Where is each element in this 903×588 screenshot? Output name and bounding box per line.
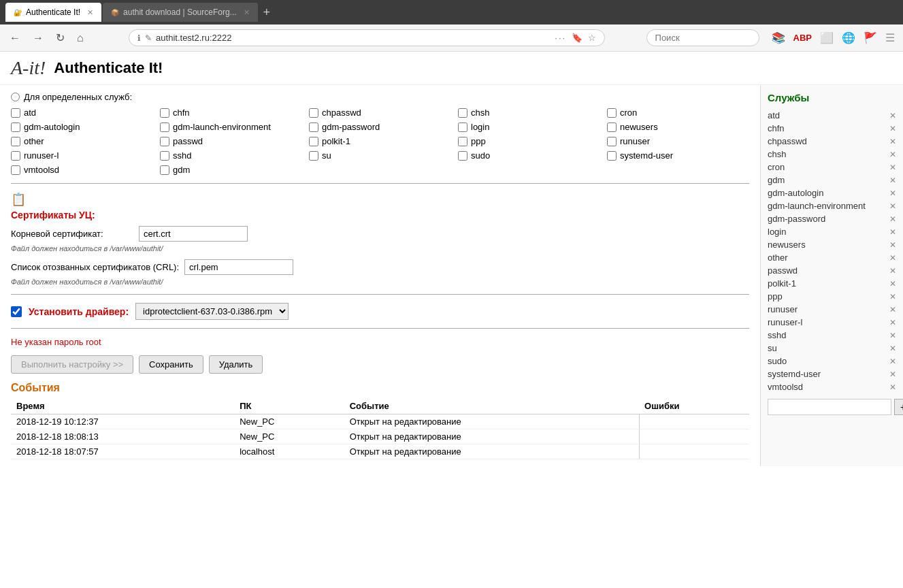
specific-services-radio[interactable] [11,93,20,101]
library-icon[interactable]: 📚 [769,29,788,47]
sidebar-remove-button[interactable]: ✕ [889,318,896,327]
sidebar-remove-button[interactable]: ✕ [889,214,896,224]
sidebar-add-input[interactable] [768,399,891,415]
menu-icon[interactable]: ☰ [883,29,898,47]
driver-select[interactable]: idprotectclient-637.03-0.i386.rpm [135,303,289,320]
checkbox-ppp[interactable] [458,137,467,146]
sidebar-remove-button[interactable]: ✕ [889,240,896,250]
back-button[interactable]: ← [5,29,24,47]
service-sshd: sshd [160,150,302,161]
sidebar-remove-button[interactable]: ✕ [889,279,896,289]
sidebar-remove-button[interactable]: ✕ [889,176,896,185]
service-ppp: ppp [458,136,600,146]
new-tab-button[interactable]: + [259,5,275,20]
crl-input[interactable] [184,259,293,275]
save-button[interactable]: Сохранить [139,355,203,374]
sidebar-remove-button[interactable]: ✕ [889,344,896,353]
checkbox-runuser-l[interactable] [11,151,20,161]
list-item: atd ✕ [768,109,896,122]
root-cert-input[interactable] [139,226,248,242]
checkbox-atd[interactable] [11,108,20,118]
table-row: 2018-12-19 10:12:37 New_PC Открыт на ред… [11,414,749,429]
sidebar-remove-button[interactable]: ✕ [889,292,896,301]
pocket-icon[interactable]: ⬜ [817,29,836,47]
cert-title: Сертификаты УЦ: [11,210,749,220]
services-grid: atd chfn chpasswd chsh cron [11,108,749,175]
sidebar-remove-button[interactable]: ✕ [889,227,896,237]
label-newusers: newusers [620,122,658,132]
sidebar-add-button[interactable]: + [894,399,903,415]
checkbox-su[interactable] [309,151,318,161]
sidebar-remove-button[interactable]: ✕ [889,111,896,120]
address-bar[interactable]: ℹ ✎ authit.test2.ru:2222 ··· 🔖 ☆ [129,29,605,46]
checkbox-passwd[interactable] [160,137,169,146]
sidebar-remove-button[interactable]: ✕ [889,163,896,172]
cell-time: 2018-12-18 18:07:57 [11,444,234,459]
checkbox-sudo[interactable] [458,151,467,161]
forward-button[interactable]: → [29,29,48,47]
sidebar-remove-button[interactable]: ✕ [889,357,896,366]
search-input[interactable] [655,33,751,43]
label-gdm-password: gdm-password [322,122,380,132]
checkbox-runuser[interactable] [607,137,617,146]
sidebar-item-label: gdm-password [768,214,825,224]
sidebar-remove-button[interactable]: ✕ [889,370,896,379]
tab-sourceforge[interactable]: 📦 authit download | SourceForg... ✕ [103,3,258,22]
label-gdm: gdm [173,165,190,175]
main-content: Для определенных служб: atd chfn chpassw… [0,85,760,466]
list-item: passwd ✕ [768,264,896,277]
sidebar-remove-button[interactable]: ✕ [889,150,896,159]
sidebar-remove-button[interactable]: ✕ [889,253,896,263]
sidebar-remove-button[interactable]: ✕ [889,189,896,198]
more-options-icon[interactable]: ··· [555,33,566,43]
checkbox-chfn[interactable] [160,108,169,118]
service-gdm: gdm [160,165,302,175]
list-item: login ✕ [768,225,896,238]
service-polkit-1: polkit-1 [309,136,451,146]
search-bar[interactable] [646,29,759,46]
sidebar-remove-button[interactable]: ✕ [889,305,896,314]
root-cert-label: Корневой сертификат: [11,229,133,239]
checkbox-systemd-user[interactable] [607,151,617,161]
bookmark-icon[interactable]: 🔖 [572,33,582,43]
service-chsh: chsh [458,108,600,118]
tab-authenticate-it[interactable]: 🔐 Authenticate It! ✕ [5,3,101,22]
checkbox-sshd[interactable] [160,151,169,161]
checkbox-chpasswd[interactable] [309,108,318,118]
abp-icon[interactable]: ABP [791,30,815,46]
events-header-row: Время ПК Событие Ошибки [11,398,749,414]
sidebar-remove-button[interactable]: ✕ [889,137,896,146]
checkbox-login[interactable] [458,122,467,132]
label-sudo: sudo [471,150,490,161]
tab-close-2[interactable]: ✕ [244,8,250,17]
tab-close-1[interactable]: ✕ [87,8,93,17]
sidebar-remove-button[interactable]: ✕ [889,331,896,340]
label-cron: cron [620,108,637,118]
star-icon[interactable]: ☆ [588,33,596,43]
checkbox-polkit-1[interactable] [309,137,318,146]
checkbox-gdm-launch-environment[interactable] [160,122,169,132]
checkbox-vmtoolsd[interactable] [11,165,20,175]
sidebar-remove-button[interactable]: ✕ [889,124,896,133]
checkbox-cron[interactable] [607,108,617,118]
sidebar-remove-button[interactable]: ✕ [889,266,896,276]
sidebar-remove-button[interactable]: ✕ [889,201,896,211]
checkbox-other[interactable] [11,137,20,146]
checkbox-newusers[interactable] [607,122,617,132]
checkbox-gdm-password[interactable] [309,122,318,132]
checkbox-chsh[interactable] [458,108,467,118]
label-other: other [24,136,44,146]
checkbox-gdm-autologin[interactable] [11,122,20,132]
checkbox-gdm[interactable] [160,165,169,175]
list-item: gdm-password ✕ [768,212,896,225]
cell-time: 2018-12-18 18:08:13 [11,429,234,444]
sidebar-remove-button[interactable]: ✕ [889,382,896,392]
driver-checkbox[interactable] [11,306,22,317]
home-button[interactable]: ⌂ [73,29,88,47]
sidebar-item-label: atd [768,110,780,120]
reload-button[interactable]: ↻ [52,29,69,47]
delete-button[interactable]: Удалить [209,355,263,374]
flag-icon[interactable]: 🚩 [861,29,880,47]
execute-button[interactable]: Выполнить настройку >> [11,355,133,374]
globe-icon[interactable]: 🌐 [839,29,858,47]
